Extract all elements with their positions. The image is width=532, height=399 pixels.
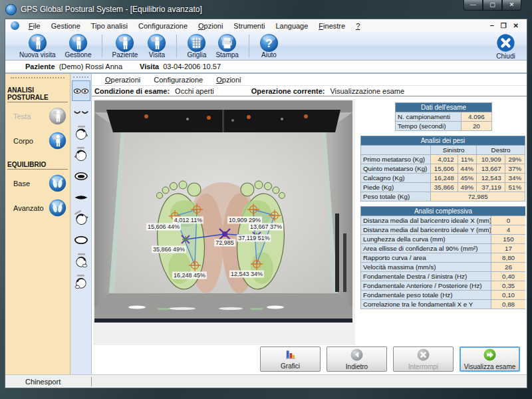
griglia-button[interactable]: Griglia <box>182 33 211 59</box>
strip-gripper <box>73 76 88 78</box>
stop-icon <box>417 348 430 363</box>
sidebar-item-avanzato[interactable]: Avanzato <box>5 196 70 220</box>
overall-row: Distanza media dal baricentro ideale Y (… <box>361 225 526 235</box>
condition-value: Occhi aperti <box>175 87 214 95</box>
overall-row: Lunghezza della curva (mm)150 <box>361 235 526 244</box>
exam-menu-operazioni[interactable]: Operazioni <box>98 76 147 84</box>
menu-strumenti[interactable]: Strumenti <box>228 21 270 31</box>
baropodometry-video: 4,012 11%15,606 44%35,866 49%16,248 45%7… <box>94 100 352 323</box>
interrompi-button: Interrompi <box>393 346 454 372</box>
menu-tipo-analisi[interactable]: Tipo analisi <box>86 21 133 31</box>
window-controls: — ▢ ✕ <box>464 0 521 11</box>
sidebar-header-analisi-posturale: ANALISI POSTURALE <box>7 86 68 102</box>
feet-sphere-icon <box>49 174 66 192</box>
toolbar-separator <box>249 35 249 57</box>
grafici-button[interactable]: Grafici <box>260 346 321 372</box>
person-patient-icon <box>115 33 134 53</box>
total-weight-value: 72,985 <box>431 192 525 201</box>
operation-label: Operazione corrente: <box>251 87 325 95</box>
gestione-button[interactable]: Gestione <box>60 33 96 59</box>
visit-label: Visita <box>140 63 159 70</box>
weights-row: Calcagno (Kg)16,24845%12,54334% <box>361 174 525 183</box>
weights-row: Quinto metatarso (Kg)15,60644%13,66737% <box>361 164 525 174</box>
pressure-label: 13,667 37% <box>249 223 283 231</box>
condition-bar: Condizione di esame: Occhi aperti Operaz… <box>92 85 527 96</box>
visualizza-esame-button[interactable]: Visualizza esame <box>460 346 520 372</box>
title-bar: GPS Global Postural System - [Equilibrio… <box>0 0 532 19</box>
exam-menu-opzioni[interactable]: Opzioni <box>209 76 247 84</box>
close-button[interactable]: ✕ <box>502 0 521 11</box>
col-header-left: Sinistro <box>431 146 477 155</box>
overall-row: Correlazione tra le fondamentali X e Y0,… <box>361 300 526 309</box>
paziente-button[interactable]: Paziente <box>108 33 143 59</box>
exam-menu-configurazione[interactable]: Configurazione <box>147 76 209 84</box>
minimize-button[interactable]: — <box>464 0 483 11</box>
person-manage-icon <box>68 33 88 53</box>
head-tilt-right-icon[interactable] <box>72 251 90 271</box>
head-back-icon[interactable] <box>72 208 90 229</box>
head-sphere-icon <box>49 107 66 125</box>
aiuto-button[interactable]: ?Aiuto <box>255 33 283 59</box>
exam-menu-bar: OperazioniConfigurazioneOpzioni <box>92 74 527 85</box>
mdi-minimize-button[interactable]: ‒ <box>490 22 494 29</box>
results-panel: Dati dell'esame N. campionamenti4.096Tem… <box>358 99 525 345</box>
pressure-label: 37,119 51% <box>237 235 271 242</box>
go-icon <box>483 348 496 363</box>
stampa-button[interactable]: Stampa <box>211 33 243 59</box>
eyes-closed-icon[interactable] <box>72 102 90 122</box>
head-tilt-left-icon[interactable] <box>72 272 90 293</box>
nuova-visita-button[interactable]: Nuova visita <box>15 33 60 59</box>
sidebar-header-equilibrio: EQUILIBRIO <box>7 161 68 170</box>
chart-icon <box>284 348 297 362</box>
mdi-window-controls: ‒ ❐ ✕ <box>490 22 523 29</box>
total-weight-label: Peso totale (Kg) <box>361 192 431 201</box>
mouth-oval-icon[interactable] <box>72 229 90 250</box>
mdi-close-button[interactable]: ✕ <box>513 22 519 29</box>
menu-help[interactable]: ? <box>350 21 365 31</box>
overall-row: Fondamentale peso totale (Hz)0,10 <box>361 291 526 300</box>
sidebar-gripper <box>11 77 65 78</box>
toolbar-separator <box>176 35 177 57</box>
video-panel: 4,012 11%15,606 44%35,866 49%16,248 45%7… <box>93 99 355 345</box>
pressure-label: 35,866 49% <box>152 246 186 253</box>
maximize-button[interactable]: ▢ <box>483 0 502 11</box>
menu-opzioni[interactable]: Opzioni <box>193 21 228 31</box>
overall-row: Distanza media dal baricentro ideale X (… <box>361 216 526 225</box>
col-header-right: Destro <box>477 146 525 155</box>
total-weight-row: Peso totale (Kg) 72,985 <box>361 192 525 201</box>
weights-table: Analisi dei pesi Sinistro Destro Primo m… <box>360 136 525 201</box>
sidebar-item-corpo[interactable]: Corpo <box>5 128 70 153</box>
head-turn-left-icon[interactable] <box>72 144 90 165</box>
mdi-restore-button[interactable]: ❐ <box>501 22 507 29</box>
person-new-icon <box>28 33 47 53</box>
menu-configurazione[interactable]: Configurazione <box>133 21 193 31</box>
exam-row: N. campionamenti4.096 <box>396 112 492 122</box>
weights-subheader-row: Sinistro Destro <box>361 146 525 155</box>
app-logo-icon <box>5 4 17 15</box>
pressure-label: 12,543 34% <box>229 271 264 278</box>
close-circle-icon <box>496 33 515 54</box>
eyes-open-icon[interactable] <box>72 80 90 101</box>
menu-file[interactable]: File <box>23 21 46 31</box>
mouth-open-icon[interactable] <box>72 166 90 186</box>
navigation-sidebar: ANALISI POSTURALETestaCorpoEQUILIBRIOBas… <box>5 74 70 374</box>
indietro-button[interactable]: Indietro <box>327 346 387 372</box>
weights-row: Piede (Kg)35,86649%37,11951% <box>361 183 525 192</box>
mouth-closed-icon[interactable] <box>72 187 90 207</box>
sidebar-item-testa: Testa <box>5 104 70 128</box>
status-separator <box>91 377 92 386</box>
menu-gestione[interactable]: Gestione <box>46 21 86 31</box>
overall-analysis-table: Analisi complessiva Distanza media dal b… <box>360 206 525 309</box>
menu-finestre[interactable]: Finestre <box>313 21 350 31</box>
feet-sphere-icon <box>49 199 66 217</box>
patient-label: Paziente <box>25 63 55 70</box>
visita-button[interactable]: Visita <box>142 33 171 59</box>
sidebar-item-base[interactable]: Base <box>5 171 70 196</box>
patient-bar: Paziente (Demo) Rossi Anna Visita 03-04-… <box>5 61 527 74</box>
back-icon <box>350 348 363 363</box>
person-visit-icon <box>147 33 166 53</box>
application-window: GPS Global Postural System - [Equilibrio… <box>0 0 532 399</box>
head-turn-right-icon[interactable] <box>72 123 90 144</box>
menu-language[interactable]: Language <box>270 21 313 31</box>
chiudi-button[interactable]: Chiudi <box>491 33 520 60</box>
